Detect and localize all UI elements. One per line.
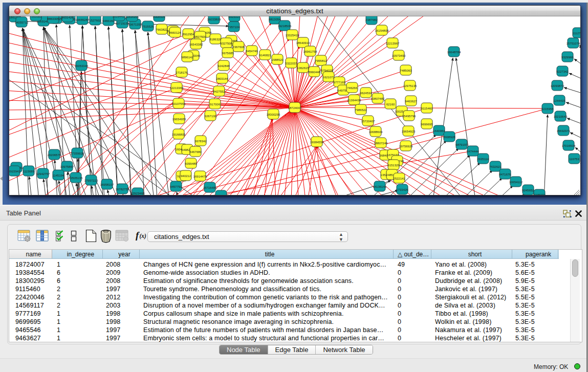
svg-text:16782759: 16782759 [116,188,129,191]
svg-text:1640954: 1640954 [433,129,445,133]
svg-text:10973493: 10973493 [392,54,406,57]
svg-text:15716485: 15716485 [203,186,217,189]
svg-text:10688609: 10688609 [369,130,383,134]
svg-text:8990448: 8990448 [308,71,320,74]
svg-text:9474444: 9474444 [467,150,479,153]
svg-text:16033809: 16033809 [207,18,221,21]
svg-text:8938928: 8938928 [443,136,455,139]
svg-text:746266: 746266 [347,86,358,90]
svg-text:7515525: 7515525 [30,16,42,18]
svg-text:16961758: 16961758 [303,50,317,53]
svg-text:10654112: 10654112 [509,181,523,184]
svg-text:1527602: 1527602 [89,19,101,22]
svg-text:6099489: 6099489 [185,162,197,165]
svg-text:9777169: 9777169 [333,81,345,84]
svg-text:17016504: 17016504 [562,144,576,147]
svg-text:12213967: 12213967 [386,42,400,45]
svg-text:62160: 62160 [386,103,395,106]
svg-text:2367608: 2367608 [232,46,245,49]
svg-text:19166805: 19166805 [172,133,186,136]
svg-text:14136141: 14136141 [373,185,387,188]
svg-text:3675685: 3675685 [222,52,234,55]
svg-text:8660124: 8660124 [169,31,181,34]
svg-text:9938106: 9938106 [215,194,227,195]
svg-text:3678342: 3678342 [194,140,207,143]
svg-text:9699695: 9699695 [421,123,433,126]
svg-text:19654955: 19654955 [172,118,186,121]
svg-text:7515526: 7515526 [142,25,154,28]
svg-text:5467680: 5467680 [189,150,202,154]
svg-text:12923468: 12923468 [131,192,145,195]
svg-text:116753: 116753 [569,158,579,161]
svg-text:8471676: 8471676 [499,173,511,176]
svg-text:20053346: 20053346 [75,64,89,68]
svg-text:2522141: 2522141 [393,177,405,180]
svg-text:2387682: 2387682 [365,18,378,21]
svg-text:18300295: 18300295 [267,113,280,116]
svg-text:7663822: 7663822 [156,28,168,31]
svg-text:16914479: 16914479 [193,175,207,178]
svg-text:917006: 917006 [210,103,221,106]
svg-text:10210643: 10210643 [554,115,568,118]
svg-text:8912954: 8912954 [182,33,194,36]
svg-text:8186328: 8186328 [209,38,222,41]
svg-text:16648784: 16648784 [447,51,461,54]
svg-text:3624534: 3624534 [360,92,372,95]
svg-text:2803144: 2803144 [216,77,228,80]
svg-text:9463627: 9463627 [405,100,417,103]
svg-text:10107553: 10107553 [172,102,186,105]
svg-text:19218506: 19218506 [278,25,292,28]
svg-text:8454749: 8454749 [246,50,258,53]
svg-text:13505135: 13505135 [69,177,83,180]
svg-text:17957223: 17957223 [84,179,98,182]
svg-text:15495796: 15495796 [402,115,416,118]
svg-text:15720407: 15720407 [361,120,375,123]
svg-text:3215958: 3215958 [541,107,554,111]
svg-text:8908505: 8908505 [153,16,165,18]
svg-text:11894966: 11894966 [125,16,139,18]
svg-text:12093872: 12093872 [551,84,564,87]
svg-text:7485063: 7485063 [400,69,412,72]
svg-text:8863305: 8863305 [47,17,59,20]
svg-text:940212: 940212 [181,174,191,178]
svg-text:(x): (x) [140,233,147,239]
svg-text:16543382: 16543382 [189,43,203,46]
svg-text:10594427: 10594427 [113,16,126,18]
svg-text:9631426: 9631426 [61,16,74,19]
svg-text:9827500: 9827500 [194,35,206,38]
svg-text:12975135: 12975135 [403,84,417,87]
svg-text:1115689: 1115689 [23,170,35,173]
svg-text:18640910: 18640910 [296,41,310,45]
svg-text:18807249: 18807249 [374,142,388,145]
svg-text:5322037: 5322037 [285,62,297,65]
svg-text:9915037: 9915037 [228,16,241,18]
svg-text:8813054: 8813054 [269,18,281,21]
svg-text:1621072: 1621072 [322,76,335,79]
svg-text:9245652: 9245652 [522,189,534,192]
svg-text:9245032: 9245032 [533,193,546,195]
svg-text:19756928: 19756928 [399,145,413,148]
svg-text:9457791: 9457791 [170,185,182,188]
svg-text:9896142: 9896142 [181,56,193,59]
svg-text:17359928: 17359928 [71,152,84,155]
svg-text:21364436: 21364436 [347,99,361,102]
svg-text:2718176: 2718176 [176,71,188,74]
svg-text:19384554: 19384554 [310,141,324,144]
svg-text:7986522: 7986522 [355,108,367,112]
svg-text:15751074: 15751074 [567,42,580,45]
svg-text:15692971: 15692971 [557,129,571,133]
svg-text:20206576: 20206576 [48,154,61,157]
svg-text:10719155: 10719155 [116,22,129,25]
svg-text:1244415: 1244415 [553,99,565,102]
svg-text:9151329: 9151329 [387,164,400,167]
svg-text:8427552: 8427552 [213,90,225,93]
svg-text:9327508: 9327508 [220,42,232,45]
svg-text:9242848: 9242848 [217,64,230,68]
svg-text:1362615: 1362615 [297,67,309,70]
svg-text:10671355: 10671355 [128,23,142,26]
svg-text:13325419: 13325419 [286,34,299,37]
svg-text:12213369: 12213369 [170,86,184,90]
svg-text:3915941: 3915941 [9,170,20,173]
svg-text:9227342: 9227342 [556,70,569,73]
svg-text:12942757: 12942757 [36,172,50,176]
